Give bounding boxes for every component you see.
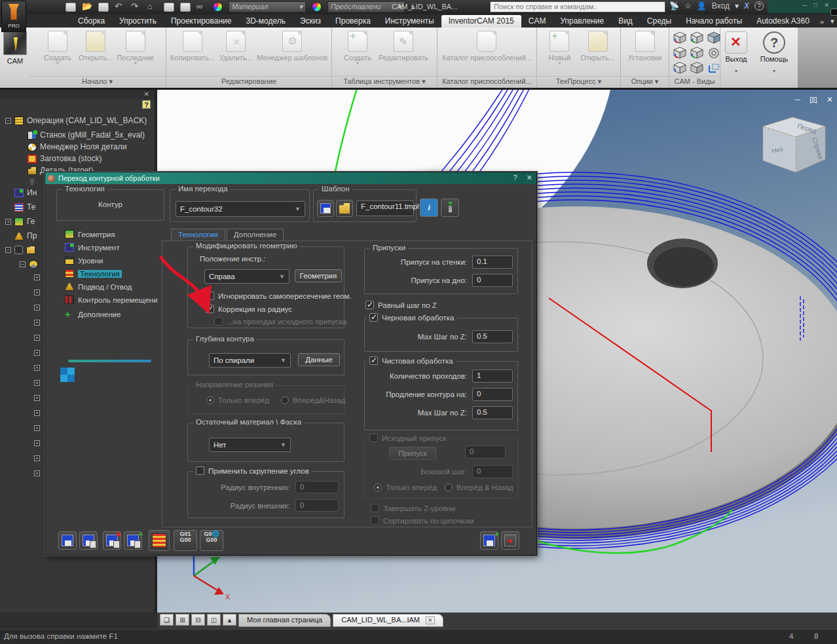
geometry-button[interactable]: Геометрия	[295, 269, 342, 282]
expand-icon[interactable]: +	[34, 290, 40, 295]
cam-view-icon[interactable]	[673, 62, 689, 75]
help-icon[interactable]: ?	[754, 1, 764, 10]
checkbox-checked[interactable]	[365, 301, 374, 309]
tree-stub-item[interactable]: +	[34, 440, 40, 446]
exit-dialog-button[interactable]	[501, 531, 519, 550]
expand-icon[interactable]: +	[34, 365, 40, 371]
dialog-title-bar[interactable]: Переход контурной обработки	[45, 172, 536, 184]
tool-position-combo[interactable]: Справа ▼	[204, 269, 289, 284]
checkbox-checked[interactable]	[369, 313, 378, 322]
expand-icon[interactable]: +	[34, 275, 40, 280]
finish-extension-field[interactable]: 0	[472, 388, 513, 401]
tree-item-operations-group[interactable]: −	[20, 260, 38, 269]
tree-item-geometry[interactable]: + Ге	[5, 217, 35, 226]
tab-a360[interactable]: Autodesk A360	[749, 15, 817, 28]
ignore-selfintersect-checkbox[interactable]: Игнорировать самопересечение геом.	[206, 292, 352, 300]
floor-offset-field[interactable]: 0	[472, 274, 513, 287]
checkbox[interactable]	[14, 246, 23, 254]
gcode-button[interactable]: G01 G00	[174, 530, 197, 551]
dialog-tree-geometry[interactable]: Геометрия	[65, 230, 115, 238]
exit-button[interactable]: Выход ▾	[720, 28, 752, 88]
ribbon-item-settings[interactable]: Установки	[628, 31, 662, 62]
link-icon[interactable]: ∞	[196, 3, 207, 12]
group-label-start[interactable]: Начало ▾	[29, 76, 166, 86]
tree-stub-item[interactable]: +	[34, 380, 40, 386]
dialog-close-icon[interactable]: ✕	[527, 174, 532, 182]
finish-step-field[interactable]: 0.5	[472, 406, 513, 419]
tree-item-stock[interactable]: Заготовка (stock)	[28, 154, 102, 163]
cam-big-button[interactable]: CAM	[3, 31, 28, 65]
tree-item-machine[interactable]: Станок (gMill_Fadal_5x_eval)	[28, 130, 145, 140]
help-button[interactable]: ? Помощь ▾	[753, 28, 795, 88]
info-button[interactable]: i	[420, 199, 438, 217]
save-copy-button[interactable]: +	[480, 531, 498, 550]
image-icon[interactable]	[164, 3, 174, 12]
tree-stub-item[interactable]: +	[34, 350, 40, 356]
collapse-icon[interactable]: −	[5, 118, 11, 124]
ribbon-item-recent[interactable]: Последние ▾	[117, 31, 154, 66]
collapse-tabbar-icon[interactable]: ▲	[223, 614, 236, 626]
appearance-wheel-icon[interactable]	[312, 2, 322, 12]
group-label-options[interactable]: Опции ▾	[621, 76, 669, 86]
tree-item-operation[interactable]: − Операция (CAM_LID_WL_BACK)	[5, 116, 147, 125]
dialog-tree-misc[interactable]: + Дополнение	[65, 309, 121, 320]
ribbon-item-delete[interactable]: Удалить...	[219, 31, 253, 62]
search-input[interactable]: Поиск по справке и командам..	[490, 1, 665, 12]
group-label-fixtures[interactable]: Каталог приспособлений...	[437, 76, 536, 86]
restore-icon[interactable]: □	[814, 2, 820, 9]
residual-combo[interactable]: Нет ▼	[209, 438, 291, 452]
star-icon[interactable]: ☆	[684, 1, 692, 10]
tree-stub-item[interactable]: +	[34, 470, 40, 476]
group-label-tooltable[interactable]: Таблица инструментов ▾	[332, 76, 437, 86]
tree-item-tooltable[interactable]: Те	[14, 202, 35, 212]
tree-stub-item[interactable]: +	[34, 425, 40, 431]
satellite-icon[interactable]: 📡	[669, 1, 679, 10]
tab-inventorcam[interactable]: InventorCAM 2015	[441, 15, 521, 28]
ribbon-item-template-manager[interactable]: Менеджер шаблонов	[257, 31, 327, 62]
cam-view-icon[interactable]	[690, 62, 706, 75]
operation-name-combo[interactable]: F_contour32 ▼	[176, 201, 305, 217]
collapse-icon[interactable]: −	[5, 247, 11, 253]
finish-checkbox[interactable]: Чистовая обработка	[367, 356, 456, 365]
dialog-tree-technology[interactable]: Технология	[65, 269, 122, 278]
dialog-tree-tool[interactable]: Инструмент	[65, 243, 119, 252]
close-tab-icon[interactable]: ✕	[426, 616, 435, 624]
expand-icon[interactable]: +	[34, 320, 40, 326]
calculate-add-button[interactable]: +	[124, 531, 142, 550]
open-file-icon[interactable]: 📂	[82, 3, 92, 12]
exchange-apps-icon[interactable]: X	[744, 1, 749, 10]
equal-z-step-checkbox[interactable]: Равный шаг по Z	[365, 301, 437, 309]
expand-icon[interactable]: +	[34, 455, 40, 461]
dialog-help-icon[interactable]: ?	[513, 174, 517, 182]
expand-icon[interactable]: +	[5, 219, 11, 225]
home-icon[interactable]: ⌂	[147, 3, 158, 12]
simulate-button[interactable]	[149, 530, 170, 551]
tree-stub-item[interactable]: +	[34, 455, 40, 461]
expand-icon[interactable]: +	[34, 350, 40, 356]
expand-icon[interactable]: +	[34, 470, 40, 476]
inventor-app-button[interactable]: PRO	[1, 1, 26, 32]
save-calculate-button[interactable]	[79, 531, 98, 550]
tab-inspect[interactable]: Проверка	[328, 15, 378, 28]
group-label-camviews[interactable]: CAM - Виды	[669, 76, 720, 86]
tree-stub-item[interactable]: +	[34, 365, 40, 371]
tree-item-fixture[interactable]: Пр	[14, 231, 37, 240]
select-icon[interactable]	[180, 3, 191, 12]
cam-view-icon[interactable]	[673, 31, 689, 45]
cam-view-icon[interactable]	[690, 31, 706, 45]
finish-passes-field[interactable]: 1	[472, 369, 513, 383]
save-icon[interactable]	[98, 3, 109, 12]
person-icon[interactable]: 👤	[697, 1, 707, 10]
dialog-tree-leadin[interactable]: Подвод / Отвод	[65, 282, 132, 291]
tree-stub-item[interactable]: +	[34, 305, 40, 311]
material-dropdown[interactable]: Материал ▾	[229, 1, 306, 12]
dialog-tree-motion-control[interactable]: Контроль перемещени	[65, 295, 157, 304]
rough-step-field[interactable]: 0.5	[472, 330, 513, 343]
ribbon-item-open[interactable]: Открыть...	[79, 31, 113, 66]
depth-data-button[interactable]: Данные	[298, 353, 340, 366]
ribbon-item-tp-open[interactable]: Открыть...	[580, 31, 614, 66]
ribbon-item-copy[interactable]: Копировать...	[170, 31, 215, 62]
wall-offset-field[interactable]: 0.1	[472, 256, 513, 269]
dialog-tree-levels[interactable]: Уровни	[65, 256, 103, 265]
corner-rounding-checkbox[interactable]: Применить скругление углов	[193, 466, 312, 475]
